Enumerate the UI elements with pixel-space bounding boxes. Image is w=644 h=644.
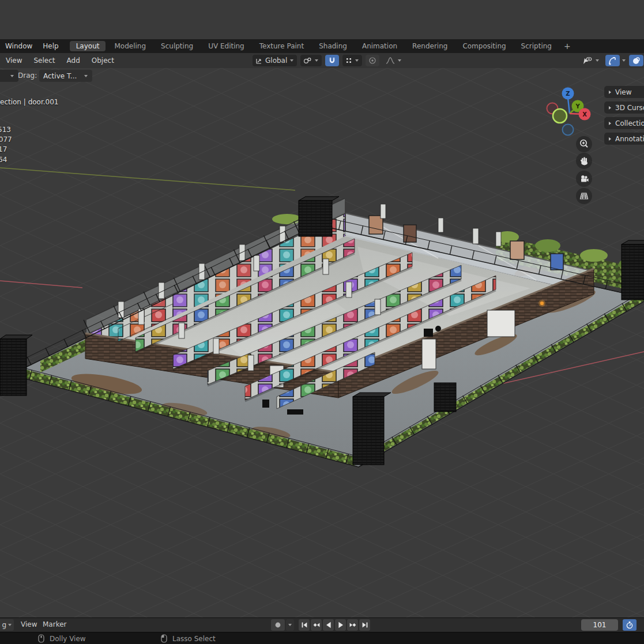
viewport-menu-view[interactable]: View: [0, 57, 28, 65]
drag-tool-dropdown[interactable]: Active T...: [39, 70, 92, 82]
sidebar-tab-label: 3D Cursor: [615, 104, 644, 112]
magnet-icon: [328, 57, 336, 65]
sidebar-tab-collection[interactable]: Collection: [604, 117, 644, 129]
collection-breadcrumb: ection | door.001: [0, 98, 59, 106]
keying-dropdown-clipped[interactable]: g: [0, 619, 14, 631]
previous-keyframe-button[interactable]: [311, 619, 322, 631]
viewport-menu-object[interactable]: Object: [86, 57, 120, 65]
chevron-down-icon[interactable]: [622, 59, 626, 62]
jump-to-end-button[interactable]: [359, 619, 370, 631]
snap-target-dropdown[interactable]: [342, 55, 362, 66]
keying-fragment: g: [2, 621, 6, 629]
chevron-down-icon: [355, 59, 359, 62]
show-overlays-toggle[interactable]: [629, 55, 643, 66]
menu-window[interactable]: Window: [0, 42, 37, 50]
chevron-down-icon: [288, 623, 292, 627]
window-top-area: [0, 0, 644, 39]
stopwatch-button[interactable]: [623, 619, 637, 631]
gizmo-axis-z-negative[interactable]: [563, 125, 574, 135]
current-frame-field[interactable]: 101: [581, 619, 618, 631]
pivot-dropdown[interactable]: [300, 55, 322, 66]
workspace-tab-uv-editing[interactable]: UV Editing: [202, 41, 251, 51]
viewport-display-controls: [579, 55, 644, 66]
orientation-icon: [255, 57, 263, 65]
auto-keying-record-button[interactable]: [271, 619, 285, 631]
timeline-bar: g View Marker 101: [0, 617, 644, 632]
snap-dots-icon: [345, 57, 352, 64]
status-hint-label: Lasso Select: [172, 635, 216, 643]
workspace-tab-animation[interactable]: Animation: [356, 41, 404, 51]
viewport-menu-add[interactable]: Add: [61, 57, 86, 65]
proportional-editing-toggle[interactable]: [366, 55, 379, 66]
chevron-down-icon: [10, 74, 14, 78]
chevron-right-icon: [608, 137, 612, 141]
chevron-down-icon: [397, 59, 402, 62]
status-hint-lasso: Lasso Select: [161, 634, 216, 643]
prev-keyframe-icon: [312, 620, 321, 630]
jump-start-icon: [300, 620, 309, 630]
camera-view-button[interactable]: [576, 171, 592, 187]
overlays-icon: [632, 57, 641, 65]
viewport-canvas[interactable]: Drag: Active T... ection | door.001 513 …: [0, 68, 644, 617]
object-visibility-dropdown[interactable]: [579, 55, 602, 66]
sidebar-tab-label: Collection: [615, 119, 644, 127]
show-gizmo-toggle[interactable]: [605, 55, 620, 66]
orthographic-toggle-button[interactable]: [576, 188, 592, 204]
cursor-eye-icon: [582, 57, 593, 65]
add-workspace-button[interactable]: +: [559, 42, 575, 51]
pan-button[interactable]: [576, 153, 592, 169]
gizmo-icon: [608, 57, 617, 65]
left-mouse-icon: [161, 634, 167, 643]
hand-icon: [578, 155, 590, 167]
workspace-tab-shading[interactable]: Shading: [312, 41, 353, 51]
timeline-menu-marker[interactable]: Marker: [43, 620, 66, 628]
chevron-down-icon: [289, 59, 294, 62]
zoom-button[interactable]: [576, 136, 592, 152]
falloff-curve-icon: [386, 57, 395, 65]
play-reverse-button[interactable]: [323, 619, 334, 631]
viewport-scene: [0, 68, 644, 617]
jump-end-icon: [360, 620, 370, 630]
sidebar-tab-annotation[interactable]: Annotation: [604, 133, 644, 145]
workspace-tab-texture-paint[interactable]: Texture Paint: [253, 41, 310, 51]
gizmo-axis-y-negative[interactable]: [553, 109, 567, 123]
status-bar: Dolly View Lasso Select: [0, 632, 644, 644]
snap-toggle[interactable]: [325, 55, 339, 66]
status-hint-label: Dolly View: [50, 635, 86, 643]
record-dot-icon: [274, 622, 281, 628]
gizmo-axis-z[interactable]: Z: [562, 88, 574, 100]
chevron-right-icon: [608, 91, 612, 94]
play-icon: [336, 620, 345, 630]
workspace-tab-rendering[interactable]: Rendering: [406, 41, 454, 51]
workspace-tab-sculpting[interactable]: Sculpting: [155, 41, 199, 51]
grid-perspective-icon: [578, 190, 590, 202]
viewport-menu-select[interactable]: Select: [28, 57, 61, 65]
chevron-down-icon: [84, 74, 88, 78]
navigation-gizmo[interactable]: Z Y X: [536, 85, 600, 141]
sidebar-tab-view[interactable]: View: [604, 86, 644, 98]
stat-line: ,077: [0, 135, 12, 144]
play-button[interactable]: [335, 619, 346, 631]
timeline-menu-view[interactable]: View: [21, 620, 37, 628]
next-keyframe-button[interactable]: [347, 619, 358, 631]
workspace-tab-scripting[interactable]: Scripting: [515, 41, 558, 51]
keying-options-dropdown[interactable]: [286, 619, 294, 631]
workspace-tab-compositing[interactable]: Compositing: [456, 41, 512, 51]
svg-text:X: X: [582, 111, 587, 118]
gizmo-axis-x[interactable]: X: [579, 108, 591, 120]
blender-window: Window Help Layout Modeling Sculpting UV…: [0, 0, 644, 644]
sidebar-tab-3d-cursor[interactable]: 3D Cursor: [604, 101, 644, 114]
magnifier-plus-icon: [578, 138, 590, 150]
jump-to-start-button[interactable]: [299, 619, 310, 631]
proportional-circle-icon: [368, 57, 376, 65]
drag-tool-value: Active T...: [43, 72, 77, 80]
camera-icon: [578, 173, 590, 184]
topbar: Window Help Layout Modeling Sculpting UV…: [0, 39, 644, 53]
workspace-tab-modeling[interactable]: Modeling: [108, 41, 152, 51]
orientation-dropdown[interactable]: Global: [253, 55, 297, 66]
falloff-dropdown[interactable]: [383, 55, 405, 66]
workspace-tab-layout[interactable]: Layout: [70, 41, 106, 51]
pivot-point-icon: [303, 57, 312, 65]
menu-help[interactable]: Help: [37, 42, 63, 50]
tool-dropdown-clipped[interactable]: [0, 70, 18, 82]
